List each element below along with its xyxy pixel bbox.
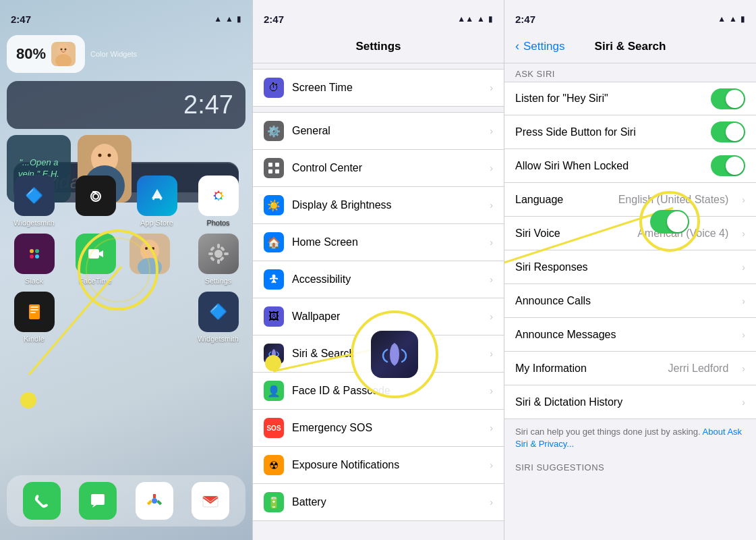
svg-point-22: [145, 247, 148, 250]
wallpaper-label: Wallpaper: [292, 310, 482, 323]
siri-locked-label: Allow Siri When Locked: [515, 151, 703, 181]
widgetsmith-icon: 🔷: [14, 176, 55, 216]
color-widgets-label: Color Widgets: [90, 50, 137, 58]
language-item[interactable]: Language English (United States) ›: [504, 183, 756, 217]
datetime-widget: Sunday MAY 30 2:47: [7, 81, 245, 129]
empty-slot: [68, 292, 109, 332]
svg-point-45: [272, 275, 276, 278]
announce-messages-item[interactable]: Announce Messages ›: [504, 318, 756, 352]
homescreen-icon: 🏠: [264, 232, 284, 252]
screentime-chevron: ›: [490, 82, 493, 93]
svg-point-14: [30, 249, 34, 253]
signal-icon: ▲: [214, 14, 222, 24]
dock-chrome[interactable]: [136, 482, 173, 520]
wifi-icon: ▲: [225, 14, 233, 24]
side-button-label: Press Side Button for Siri: [515, 117, 703, 147]
settings-item-faceid[interactable]: 👤 Face ID & Passcode ›: [253, 373, 504, 410]
widget-row: 80% Color Widgets: [7, 35, 245, 73]
app-photos[interactable]: Photos: [191, 176, 245, 227]
appstore-label: App Store: [140, 219, 173, 227]
phone2-settings: 2:47 ▲▲ ▲ ▮ Settings ⏱ Screen Time › ⚙️ …: [252, 0, 504, 540]
app-widgetsmith[interactable]: 🔷 Widgetsmith: [7, 176, 61, 227]
back-label[interactable]: Settings: [523, 40, 564, 53]
siri-locked-toggle[interactable]: [711, 155, 745, 176]
dock-messages[interactable]: [79, 482, 117, 520]
sos-chevron: ›: [490, 423, 493, 433]
exposure-label: Exposure Notifications: [292, 459, 482, 471]
my-information-value: Jerri Ledford: [668, 362, 729, 375]
display-chevron: ›: [490, 200, 493, 211]
app-appstore[interactable]: App Store: [129, 176, 184, 227]
svg-rect-41: [268, 163, 272, 167]
siri-locked-item[interactable]: Allow Siri When Locked: [504, 149, 756, 183]
controlcenter-icon: [264, 158, 284, 178]
battery-chevron: ›: [490, 497, 493, 508]
controlcenter-chevron: ›: [490, 163, 493, 173]
general-icon: ⚙️: [264, 121, 284, 141]
my-information-item[interactable]: My Information Jerri Ledford ›: [504, 352, 756, 385]
settings-app-icon: [198, 234, 239, 274]
svg-rect-27: [208, 252, 213, 255]
settings-item-accessibility[interactable]: Accessibility ›: [253, 261, 504, 298]
svg-rect-32: [210, 256, 215, 262]
wallpaper-chevron: ›: [490, 311, 493, 322]
siri-voice-item[interactable]: Siri Voice American (Voice 4) ›: [504, 217, 756, 250]
app-widgetsmith2[interactable]: 🔷 Widgetsmith: [191, 292, 245, 343]
homescreen-chevron: ›: [490, 237, 493, 248]
settings-item-general[interactable]: ⚙️ General ›: [253, 112, 504, 150]
app-kindle[interactable]: Kindle: [7, 292, 61, 343]
dock-gmail[interactable]: [192, 482, 229, 520]
app-slack[interactable]: Slack: [7, 234, 61, 285]
settings-item-wallpaper[interactable]: 🖼 Wallpaper ›: [253, 298, 504, 335]
hey-siri-item[interactable]: Listen for "Hey Siri": [504, 82, 756, 115]
settings-item-homescreen[interactable]: 🏠 Home Screen ›: [253, 224, 504, 261]
baby-thumbnail: [51, 42, 76, 66]
settings-item-display[interactable]: ☀️ Display & Brightness ›: [253, 187, 504, 224]
svg-point-1: [55, 54, 71, 66]
svg-point-7: [98, 154, 102, 157]
svg-rect-44: [275, 169, 279, 173]
general-chevron: ›: [490, 126, 493, 136]
phone3-status-icons: ▲ ▲ ▮: [718, 14, 745, 24]
svg-point-16: [30, 254, 34, 259]
phone3-status-bar: 2:47 ▲ ▲ ▮: [504, 0, 756, 30]
siri-responses-item[interactable]: Siri Responses ›: [504, 250, 756, 284]
settings-item-battery[interactable]: 🔋 Battery ›: [253, 484, 504, 521]
screentime-icon: ⏱: [264, 78, 284, 98]
phone2-time: 2:47: [264, 14, 284, 25]
back-arrow-icon[interactable]: ‹: [515, 39, 519, 53]
siri-responses-chevron: ›: [742, 262, 745, 273]
announce-calls-chevron: ›: [742, 296, 745, 306]
language-chevron: ›: [742, 194, 745, 205]
settings-item-controlcenter[interactable]: Control Center ›: [253, 150, 504, 187]
settings-item-screentime[interactable]: ⏱ Screen Time ›: [253, 69, 504, 107]
siri-locked-toggle-knob: [726, 157, 744, 175]
display-icon: ☀️: [264, 195, 284, 215]
yellow-dot-phone2: [265, 355, 281, 371]
section-divider: [253, 107, 504, 112]
dictation-history-item[interactable]: Siri & Dictation History ›: [504, 385, 756, 419]
settings-item-siri[interactable]: Siri & Search ›: [253, 335, 504, 373]
facetime-icon: [76, 234, 116, 274]
announce-calls-item[interactable]: Announce Calls ›: [504, 284, 756, 318]
siri-chevron: ›: [490, 348, 493, 359]
dock-phone[interactable]: [23, 482, 61, 520]
phone3-battery: ▮: [740, 14, 745, 24]
side-button-item[interactable]: Press Side Button for Siri: [504, 115, 756, 149]
settings-item-sos[interactable]: SOS Emergency SOS ›: [253, 410, 504, 447]
side-button-toggle[interactable]: [711, 122, 745, 142]
phone3-signal: ▲: [718, 14, 726, 24]
faceid-icon: 👤: [264, 381, 284, 401]
dictation-history-chevron: ›: [742, 397, 745, 408]
app-facetime[interactable]: FaceTime: [68, 234, 123, 285]
empty-slot2: [129, 292, 170, 332]
photos-label: Photos: [206, 219, 229, 227]
language-value: English (United States): [618, 194, 729, 206]
dictation-history-label: Siri & Dictation History: [515, 387, 734, 417]
hey-siri-toggle[interactable]: [711, 88, 745, 109]
phone2-battery: ▮: [488, 14, 493, 24]
app-settings-container[interactable]: Settings: [191, 234, 245, 285]
app-camera[interactable]: [68, 176, 123, 227]
settings-item-exposure[interactable]: ☢ Exposure Notifications ›: [253, 447, 504, 484]
exposure-icon: ☢: [264, 455, 284, 475]
